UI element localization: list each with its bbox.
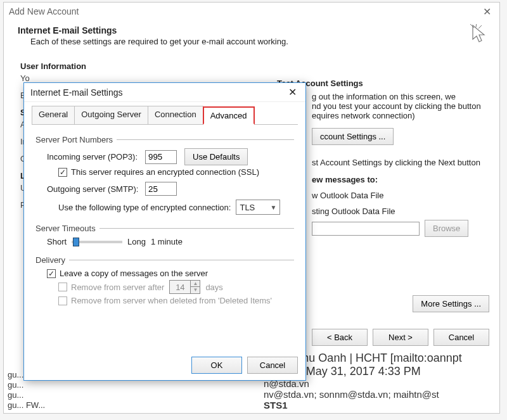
list-item: gu... [8, 390, 261, 400]
test-text-3: equires network connection) [312, 111, 492, 120]
incoming-label: Incoming server (POP3): [47, 152, 145, 162]
tab-strip: General Outgoing Server Connection Advan… [24, 102, 305, 124]
tab-outgoing-server[interactable]: Outgoing Server [74, 106, 148, 124]
svg-line-1 [476, 24, 477, 27]
group-label: Delivery [35, 255, 65, 265]
encryption-row: Use the following type of encrypted conn… [58, 200, 294, 215]
ssl-label: This server requires an encrypted connec… [71, 167, 259, 177]
slider-thumb[interactable] [73, 238, 79, 246]
timeout-value: 1 minute [151, 237, 183, 246]
header-subtitle: Each of these settings are required to g… [30, 37, 485, 46]
cancel-wizard-button[interactable]: Cancel [433, 329, 489, 346]
close-icon[interactable]: ✕ [479, 4, 494, 19]
long-label: Long [127, 237, 146, 246]
right-column: Test Account Settings g out the informat… [277, 72, 492, 237]
existing-data-file-option[interactable]: sting Outlook Data File [312, 207, 492, 216]
encryption-select[interactable]: TLS ▼ [236, 200, 280, 215]
dialog-buttons: OK Cancel [191, 357, 298, 374]
back-button[interactable]: < Back [312, 329, 368, 346]
wizard-buttons: < Back Next > Cancel [312, 329, 489, 346]
test-text-1: g out the information on this screen, we [312, 92, 492, 101]
leave-copy-label: Leave a copy of messages on the server [60, 269, 208, 278]
ok-button[interactable]: OK [191, 357, 242, 374]
tab-advanced[interactable]: Advanced [203, 106, 255, 125]
browse-button[interactable]: Browse [425, 220, 468, 237]
group-label: Server Timeouts [35, 224, 96, 233]
group-label: Server Port Numbers [35, 135, 113, 144]
remove-deleted-row: Remove from server when deleted from 'De… [58, 296, 294, 305]
incoming-port-input[interactable] [145, 150, 177, 164]
test-account-button[interactable]: ccount Settings ... [312, 128, 394, 145]
test-account-heading: Test Account Settings [277, 79, 492, 88]
new-data-file-option[interactable]: w Outlook Data File [312, 191, 492, 200]
list-item: gu... [8, 380, 261, 390]
dialog-titlebar: Internet E-mail Settings ✕ [24, 83, 305, 102]
cursor-icon [469, 24, 488, 51]
timeout-row: Short Long 1 minute [47, 237, 294, 246]
leave-copy-row: Leave a copy of messages on the server [47, 269, 294, 278]
outer-titlebar: Add New Account ✕ [4, 3, 499, 20]
outgoing-port-input[interactable] [145, 182, 177, 196]
cancel-button[interactable]: Cancel [247, 357, 298, 374]
dialog-title: Internet E-mail Settings [30, 87, 123, 98]
auto-test-text: st Account Settings by clicking the Next… [312, 158, 492, 167]
remove-deleted-checkbox[interactable] [58, 296, 67, 305]
test-text-2: nd you test your account by clicking the… [312, 101, 492, 111]
tab-general[interactable]: General [32, 106, 75, 124]
more-settings-button[interactable]: More Settings ... [413, 295, 489, 312]
encryption-label: Use the following type of encrypted conn… [58, 203, 231, 212]
incoming-server-row: Incoming server (POP3): Use Defaults [47, 148, 294, 165]
header-section: Internet E-mail Settings Each of these s… [4, 20, 499, 51]
server-port-numbers-group: Server Port Numbers Incoming server (POP… [35, 135, 294, 215]
list-item: gu... FW... [8, 400, 261, 410]
tab-advanced-body: Server Port Numbers Incoming server (POP… [32, 124, 298, 321]
remove-after-row: Remove from server after ▲▼ days [58, 280, 294, 294]
encryption-value: TLS [240, 203, 255, 212]
close-icon[interactable]: ✕ [285, 86, 299, 99]
remove-after-label: Remove from server after [71, 283, 164, 292]
days-spinner[interactable]: ▲▼ [169, 280, 200, 294]
ssl-row: This server requires an encrypted connec… [58, 167, 294, 177]
short-label: Short [47, 237, 67, 246]
remove-deleted-label: Remove from server when deleted from 'De… [71, 296, 272, 305]
outgoing-label: Outgoing server (SMTP): [47, 184, 145, 194]
days-label: days [205, 283, 222, 292]
header-title: Internet E-mail Settings [18, 25, 485, 35]
server-timeouts-group: Server Timeouts Short Long 1 minute [35, 224, 294, 246]
spin-up-icon[interactable]: ▲ [191, 281, 200, 287]
leave-copy-checkbox[interactable] [47, 269, 56, 278]
data-file-path-input[interactable] [312, 222, 420, 236]
svg-line-2 [478, 25, 482, 29]
spin-down-icon[interactable]: ▼ [191, 287, 200, 293]
outgoing-server-row: Outgoing server (SMTP): [47, 182, 294, 196]
email-settings-dialog: Internet E-mail Settings ✕ General Outgo… [23, 82, 306, 381]
next-button[interactable]: Next > [373, 329, 428, 346]
chevron-down-icon: ▼ [271, 204, 277, 211]
use-defaults-button[interactable]: Use Defaults [184, 148, 248, 165]
user-information-heading: User Information [20, 61, 483, 71]
timeout-slider[interactable] [72, 241, 122, 243]
delivery-group: Delivery Leave a copy of messages on the… [35, 255, 294, 305]
days-input[interactable] [170, 281, 190, 293]
preview-cc: nv@stda.vn; sonnm@stda.vn; maihtn@st [264, 389, 504, 400]
ssl-checkbox[interactable] [58, 168, 67, 177]
deliver-label: ew messages to: [312, 175, 492, 184]
tab-connection[interactable]: Connection [148, 106, 203, 124]
remove-after-checkbox[interactable] [58, 283, 67, 291]
outer-window-title: Add New Account [9, 6, 79, 16]
preview-subject: STS1 [264, 400, 504, 410]
